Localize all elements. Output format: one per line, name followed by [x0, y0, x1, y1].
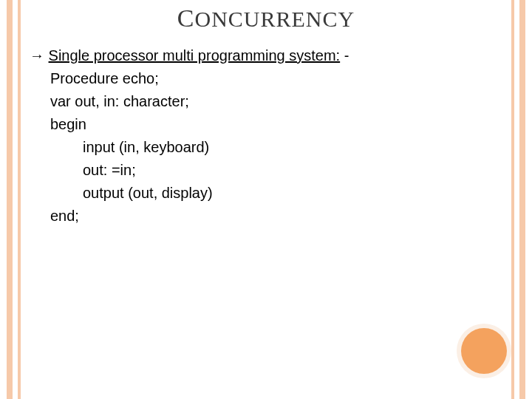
code-line: input (in, keyboard) [30, 136, 502, 159]
heading-line: → Single processor multi programming sys… [30, 44, 502, 67]
title-rest: ONCURRENCY [194, 7, 355, 31]
code-line: var out, in: character; [30, 90, 502, 113]
title-first-char: C [177, 4, 195, 32]
right-stripe [519, 0, 525, 399]
slide-title: CONCURRENCY [0, 4, 532, 33]
left-stripe [7, 0, 13, 399]
slide-content: → Single processor multi programming sys… [30, 44, 502, 228]
decorative-circle [461, 328, 507, 374]
code-line: Procedure echo; [30, 67, 502, 90]
code-line: output (out, display) [30, 182, 502, 205]
code-line: out: =in; [30, 159, 502, 182]
heading-text: Single processor multi programming syste… [49, 47, 341, 64]
left-inner-stripe [18, 0, 21, 399]
slide: CONCURRENCY → Single processor multi pro… [0, 0, 532, 399]
heading-suffix: - [340, 47, 349, 64]
right-inner-stripe [511, 0, 514, 399]
code-line: end; [30, 205, 502, 228]
code-line: begin [30, 113, 502, 136]
arrow-icon: → [30, 47, 44, 64]
